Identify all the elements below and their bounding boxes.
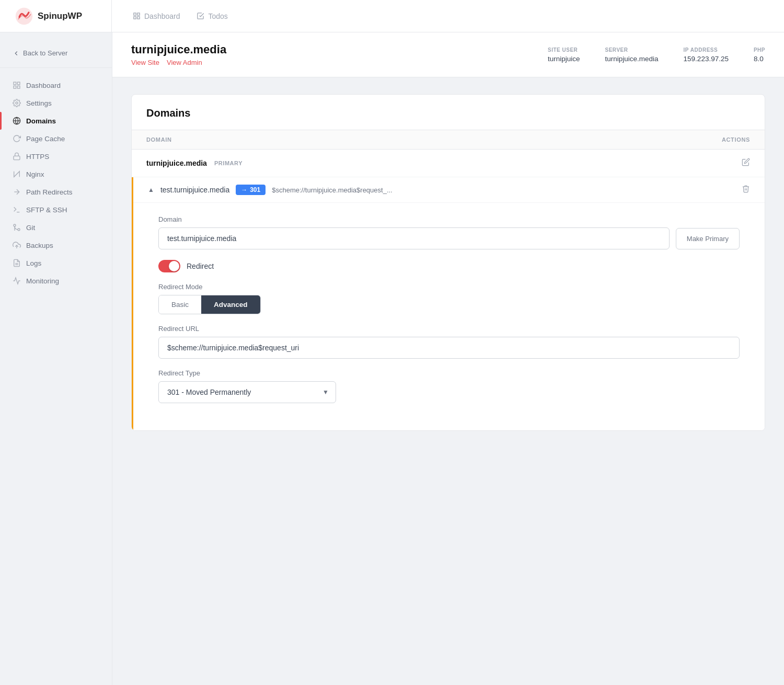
sidebar-item-label: Nginx	[26, 170, 44, 178]
site-name-area: turnipjuice.media View Site View Admin	[131, 43, 226, 66]
grid-icon	[133, 12, 141, 20]
sidebar-item-label: SFTP & SSH	[26, 206, 67, 214]
card-title: Domains	[146, 107, 750, 119]
meta-php: PHP 8.0	[754, 47, 765, 63]
nav-dashboard[interactable]: Dashboard	[133, 12, 180, 20]
redirect-url-label: Redirect URL	[158, 325, 740, 333]
svg-rect-5	[14, 82, 16, 85]
file-text-icon	[13, 259, 21, 267]
redirect-toggle-label: Redirect	[187, 262, 214, 270]
refresh-icon	[13, 134, 21, 143]
redirect-code: 301	[250, 186, 260, 193]
sidebar-item-label: Settings	[26, 99, 52, 107]
brand-name: SpinupWP	[38, 11, 82, 21]
meta-site-user-label: SITE USER	[548, 47, 580, 53]
expand-toggle-icon[interactable]: ▲	[148, 186, 154, 193]
svg-rect-6	[17, 82, 20, 85]
meta-ip: IP ADDRESS 159.223.97.25	[684, 47, 729, 63]
nav-dashboard-label: Dashboard	[144, 12, 180, 20]
logo[interactable]: SpinupWP	[15, 7, 82, 26]
sidebar-item-git[interactable]: Git	[0, 219, 112, 236]
sidebar-item-domains[interactable]: Domains	[0, 112, 112, 130]
svg-rect-7	[14, 86, 16, 88]
redirect-type-label: Redirect Type	[158, 369, 740, 377]
back-to-server-button[interactable]: Back to Server	[0, 45, 112, 67]
subdomain-name: test.turnipjuice.media	[160, 186, 229, 194]
card-header: Domains	[132, 95, 765, 130]
redirect-toggle-row: Redirect	[158, 260, 740, 272]
meta-server-value: turnipjuice.media	[605, 55, 659, 63]
redirect-mode-group: Redirect Mode Basic Advanced	[158, 283, 740, 314]
main-content: turnipjuice.media View Site View Admin S…	[112, 32, 784, 685]
sidebar-item-dashboard[interactable]: Dashboard	[0, 76, 112, 94]
view-admin-link[interactable]: View Admin	[167, 59, 202, 66]
domain-input[interactable]	[158, 227, 670, 249]
n-icon	[13, 170, 21, 178]
redirect-toggle[interactable]	[158, 260, 180, 272]
redirect-url-short: $scheme://turnipjuice.media$request_...	[272, 186, 735, 194]
top-navigation: SpinupWP Dashboard Todos	[0, 0, 784, 32]
terminal-icon	[13, 206, 21, 214]
sidebar-item-label: Git	[26, 224, 35, 232]
mode-basic-button[interactable]: Basic	[159, 295, 201, 314]
activity-icon	[13, 277, 21, 285]
content-area: Domains DOMAIN ACTIONS turnipjuice.media…	[112, 77, 784, 448]
lock-icon	[13, 152, 21, 161]
nav-divider	[111, 0, 112, 32]
sidebar-item-logs[interactable]: Logs	[0, 254, 112, 272]
domain-field-row: Make Primary	[158, 227, 740, 249]
sidebar-item-path-redirects[interactable]: Path Redirects	[0, 183, 112, 201]
svg-rect-2	[137, 13, 140, 15]
edit-domain-icon[interactable]	[742, 158, 750, 168]
primary-badge: PRIMARY	[214, 160, 243, 166]
chevron-left-icon	[13, 50, 20, 57]
subdomain-row-header: ▲ test.turnipjuice.media → 301 $scheme:/…	[133, 177, 765, 203]
meta-ip-value: 159.223.97.25	[684, 55, 729, 63]
redirect-url-group: Redirect URL	[158, 325, 740, 359]
sidebar-item-backups[interactable]: Backups	[0, 236, 112, 254]
meta-site-user: SITE USER turnipjuice	[548, 47, 580, 63]
logo-icon	[15, 7, 33, 26]
sidebar-item-nginx[interactable]: Nginx	[0, 165, 112, 183]
sidebar-item-monitoring[interactable]: Monitoring	[0, 272, 112, 290]
sidebar-item-settings[interactable]: Settings	[0, 94, 112, 112]
svg-rect-8	[17, 86, 20, 88]
view-site-link[interactable]: View Site	[131, 59, 159, 66]
svg-point-16	[14, 224, 16, 226]
expanded-detail: Domain Make Primary Redirect	[133, 203, 765, 430]
redirect-url-input[interactable]	[158, 337, 740, 359]
primary-domain-actions	[742, 158, 750, 168]
git-icon	[13, 223, 21, 232]
sidebar-item-sftp-ssh[interactable]: SFTP & SSH	[0, 201, 112, 219]
delete-subdomain-icon[interactable]	[742, 185, 750, 195]
primary-domain-name: turnipjuice.media	[146, 159, 207, 167]
domain-field-group: Domain Make Primary	[158, 215, 740, 249]
sidebar-item-page-cache[interactable]: Page Cache	[0, 130, 112, 147]
sidebar-item-label: HTTPS	[26, 153, 49, 161]
sidebar-item-label: Backups	[26, 242, 53, 249]
redirect-type-select[interactable]: 301 - Moved Permanently 302 - Found 307 …	[158, 381, 336, 403]
sidebar-item-label: Dashboard	[26, 82, 61, 89]
sidebar-item-label: Logs	[26, 259, 41, 267]
redirect-arrow: →	[241, 186, 247, 193]
make-primary-button[interactable]: Make Primary	[676, 228, 740, 249]
nav-todos[interactable]: Todos	[197, 12, 227, 20]
meta-site-user-value: turnipjuice	[548, 55, 580, 63]
svg-point-9	[16, 102, 18, 104]
redirect-code-badge: → 301	[236, 185, 266, 195]
redirect-type-group: Redirect Type 301 - Moved Permanently 30…	[158, 369, 740, 403]
svg-point-15	[18, 229, 20, 231]
cloud-icon	[13, 241, 21, 249]
meta-server-label: SERVER	[605, 47, 659, 53]
meta-php-value: 8.0	[754, 55, 765, 63]
actions-column-header: ACTIONS	[722, 136, 750, 143]
meta-server: SERVER turnipjuice.media	[605, 47, 659, 63]
sidebar: Back to Server Dashboard Settings Domain…	[0, 32, 112, 685]
sidebar-item-https[interactable]: HTTPS	[0, 147, 112, 165]
svg-rect-1	[134, 13, 136, 15]
arrow-right-icon	[13, 188, 21, 196]
mode-advanced-button[interactable]: Advanced	[201, 295, 260, 314]
site-header: turnipjuice.media View Site View Admin S…	[112, 32, 784, 77]
check-square-icon	[197, 12, 204, 20]
domain-field-label: Domain	[158, 215, 740, 223]
